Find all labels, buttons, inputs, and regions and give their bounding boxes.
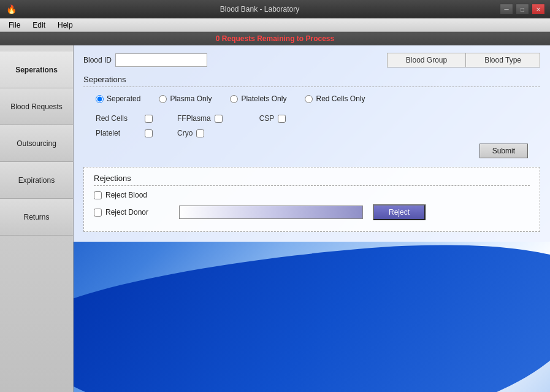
reject-blood-row: Reject Blood (94, 191, 530, 199)
csp-checkbox[interactable] (278, 115, 286, 123)
close-button[interactable]: ✕ (532, 4, 545, 15)
reject-donor-checkbox[interactable] (94, 209, 102, 217)
blood-group-box: Blood Group Blood Type (387, 53, 540, 67)
status-text: 0 Requests Remaining to Process (216, 34, 334, 43)
reject-blood-checkbox[interactable] (94, 191, 102, 199)
maximize-button[interactable]: □ (516, 4, 529, 15)
cryo-label: Cryo (177, 129, 193, 137)
platelet-label: Platelet (96, 129, 145, 137)
blood-id-row: Blood ID Blood Group Blood Type (83, 53, 540, 67)
ffplasma-group: FFPlasma (177, 114, 223, 123)
sidebar: Seperations Blood Requests Outsourcing E… (0, 45, 74, 392)
title-bar: 🔥 Blood Bank - Laboratory ─ □ ✕ (0, 0, 550, 18)
reject-donor-input-display (179, 206, 363, 219)
sidebar-item-separations[interactable]: Seperations (0, 52, 73, 88)
separations-section: Seperations Seperated Plasma Only Platel… (83, 75, 540, 158)
platelet-checkbox[interactable] (145, 129, 153, 137)
menu-edit[interactable]: Edit (26, 20, 52, 31)
status-bar: 0 Requests Remaining to Process (0, 32, 550, 45)
window-title: Blood Bank - Laboratory (20, 5, 500, 13)
csp-group: CSP (259, 114, 286, 123)
red-cells-checkbox[interactable] (145, 115, 153, 123)
cryo-group: Cryo (177, 129, 204, 137)
reject-blood-label: Reject Blood (105, 191, 179, 199)
submit-button[interactable]: Submit (479, 144, 528, 158)
menu-file[interactable]: File (2, 20, 26, 31)
menu-bar: File Edit Help (0, 18, 550, 32)
rejections-section: Rejections Reject Blood Reject Donor Rej… (83, 167, 540, 232)
content-panel: Blood ID Blood Group Blood Type Seperati… (74, 45, 550, 239)
red-cells-label: Red Cells (96, 114, 145, 123)
data-row-platelet: Platelet Cryo (83, 129, 540, 137)
reject-donor-label: Reject Donor (105, 208, 179, 217)
rejections-title: Rejections (94, 174, 530, 186)
cryo-checkbox[interactable] (196, 129, 204, 137)
submit-row: Submit (83, 144, 540, 158)
app-icon: 🔥 (5, 3, 17, 15)
sidebar-item-returns[interactable]: Returns (0, 199, 73, 236)
data-row-red-cells: Red Cells FFPlasma CSP (83, 114, 540, 123)
radio-red-cells-input[interactable] (305, 95, 313, 103)
ffplasma-checkbox[interactable] (215, 115, 223, 123)
radio-platelets-only[interactable]: Platelets Only (230, 94, 286, 103)
blood-type-cell: Blood Type (466, 53, 540, 67)
main-layout: Seperations Blood Requests Outsourcing E… (0, 45, 550, 392)
blood-id-input[interactable] (115, 53, 207, 67)
blood-group-cell: Blood Group (388, 53, 466, 67)
flame-icon: 🔥 (6, 4, 17, 14)
reject-donor-row: Reject Donor Reject (94, 204, 530, 220)
separations-title: Seperations (83, 75, 540, 87)
radio-plasma-only[interactable]: Plasma Only (159, 94, 212, 103)
ffplasma-label: FFPlasma (177, 114, 211, 123)
radio-separated-input[interactable] (96, 95, 104, 103)
sidebar-item-expirations[interactable]: Expirations (0, 162, 73, 199)
reject-button[interactable]: Reject (373, 204, 426, 220)
sidebar-item-outsourcing[interactable]: Outsourcing (0, 125, 73, 162)
radio-red-cells-only[interactable]: Red Cells Only (305, 94, 365, 103)
sidebar-item-blood-requests[interactable]: Blood Requests (0, 88, 73, 125)
radio-row: Seperated Plasma Only Platelets Only Red… (83, 92, 540, 106)
radio-plasma-input[interactable] (159, 95, 167, 103)
csp-label: CSP (259, 114, 275, 123)
blood-id-label: Blood ID (83, 56, 112, 64)
radio-separated[interactable]: Seperated (96, 94, 140, 103)
menu-help[interactable]: Help (52, 20, 79, 31)
title-bar-controls: ─ □ ✕ (500, 4, 545, 15)
radio-platelets-input[interactable] (230, 95, 238, 103)
content-area: Blood ID Blood Group Blood Type Seperati… (74, 45, 550, 392)
minimize-button[interactable]: ─ (500, 4, 513, 15)
